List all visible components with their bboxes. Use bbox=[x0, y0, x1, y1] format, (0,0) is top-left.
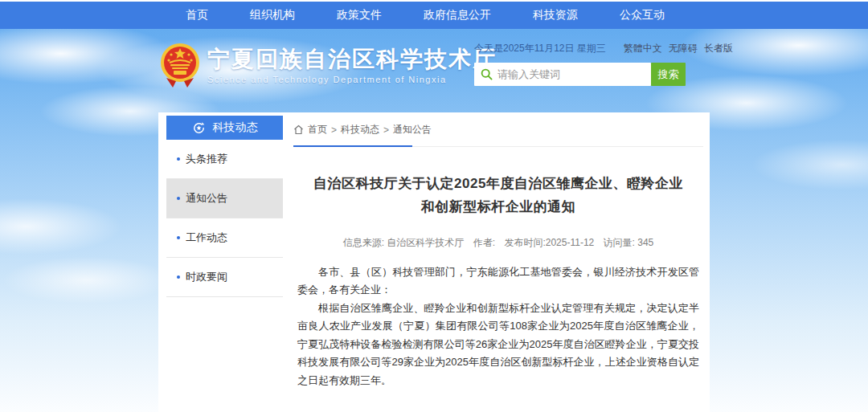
article-section: 首页 > 科技动态 > 通知公告 自治区科技厅关于认定2025年度自治区雏鹰企业… bbox=[293, 116, 703, 412]
sidebar-item-work-news[interactable]: 工作动态 bbox=[166, 218, 283, 258]
meta-publish-time: 发布时间:2025-11-12 bbox=[504, 237, 594, 248]
breadcrumb-home[interactable]: 首页 bbox=[308, 123, 327, 137]
nav-item-home[interactable]: 首页 bbox=[186, 8, 208, 22]
nav-item-public-interaction[interactable]: 公众互动 bbox=[620, 8, 665, 22]
bullet-icon bbox=[177, 275, 180, 279]
site-header: 宁夏回族自治区科学技术厅 Science and Technology Depa… bbox=[158, 29, 710, 112]
meta-author: 作者: bbox=[473, 237, 495, 248]
search-icon bbox=[481, 68, 493, 80]
article-paragraph: 各市、县（区）科技管理部门，宁东能源化工基地管委会，银川经济技术开发区管委会，各… bbox=[297, 263, 699, 300]
search-button[interactable]: 搜索 bbox=[651, 63, 686, 86]
sci-news-icon bbox=[192, 121, 206, 135]
article-body: 各市、县（区）科技管理部门，宁东能源化工基地管委会，银川经济技术开发区管委会，各… bbox=[293, 263, 703, 390]
bullet-icon bbox=[177, 157, 180, 161]
top-navigation: 首页 组织机构 政策文件 政府信息公开 科技资源 公众互动 bbox=[0, 2, 868, 29]
article-meta: 信息来源: 自治区科学技术厅 作者: 发布时间:2025-11-12 访问量: … bbox=[293, 236, 703, 250]
sidebar-header: 科技动态 bbox=[166, 116, 283, 140]
elder-version-link[interactable]: 长者版 bbox=[704, 42, 733, 55]
site-name: 宁夏回族自治区科学技术厅 bbox=[207, 47, 497, 72]
breadcrumb-section[interactable]: 科技动态 bbox=[341, 123, 379, 137]
breadcrumb: 首页 > 科技动态 > 通知公告 bbox=[293, 116, 703, 147]
main-content-panel: 科技动态 头条推荐 通知公告 工作动态 时政要闻 首页 > 科技动态 > 通 bbox=[158, 112, 710, 412]
nav-item-sci-resources[interactable]: 科技资源 bbox=[533, 8, 578, 22]
nav-item-organization[interactable]: 组织机构 bbox=[250, 8, 295, 22]
search-input[interactable] bbox=[497, 68, 645, 80]
breadcrumb-active-underline bbox=[293, 145, 412, 147]
meta-visits: 访问量: 345 bbox=[604, 237, 654, 248]
traditional-chinese-link[interactable]: 繁體中文 bbox=[624, 42, 662, 55]
breadcrumb-separator: > bbox=[331, 124, 337, 136]
national-emblem-icon bbox=[160, 43, 200, 89]
bullet-icon bbox=[177, 236, 180, 239]
sidebar-item-politics-news[interactable]: 时政要闻 bbox=[166, 258, 283, 297]
article-title: 自治区科技厅关于认定2025年度自治区雏鹰企业、瞪羚企业 和创新型标杆企业的通知 bbox=[293, 173, 703, 219]
home-icon bbox=[293, 124, 304, 135]
current-date: 今天是2025年11月12日 星期三 bbox=[474, 42, 606, 55]
search-box bbox=[474, 63, 651, 86]
sidebar-item-notices[interactable]: 通知公告 bbox=[166, 179, 283, 218]
accessibility-link[interactable]: 无障碍 bbox=[669, 42, 698, 55]
article-paragraph: 根据自治区雏鹰企业、瞪羚企业和创新型标杆企业认定管理有关规定，决定认定半亩良人农… bbox=[297, 300, 699, 390]
sidebar-item-headlines[interactable]: 头条推荐 bbox=[166, 140, 283, 179]
site-name-english: Science and Technology Department of Nin… bbox=[207, 75, 497, 84]
sidebar-title: 科技动态 bbox=[213, 120, 258, 135]
nav-item-policy[interactable]: 政策文件 bbox=[337, 8, 382, 22]
site-logo[interactable]: 宁夏回族自治区科学技术厅 Science and Technology Depa… bbox=[160, 43, 497, 89]
bullet-icon bbox=[177, 197, 180, 200]
breadcrumb-separator: > bbox=[383, 124, 389, 136]
nav-item-gov-info[interactable]: 政府信息公开 bbox=[424, 8, 491, 22]
breadcrumb-current: 通知公告 bbox=[393, 123, 432, 137]
meta-source: 信息来源: 自治区科学技术厅 bbox=[343, 237, 465, 248]
sidebar: 科技动态 头条推荐 通知公告 工作动态 时政要闻 bbox=[166, 116, 283, 412]
